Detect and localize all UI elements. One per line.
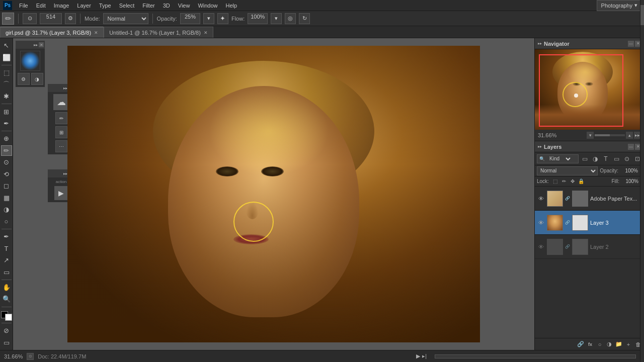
layers-filter-input[interactable]: 🔍 Kind Name Effect <box>537 154 579 163</box>
eraser-tool[interactable]: ◻ <box>1 180 12 191</box>
path-select[interactable]: ↗ <box>1 255 12 265</box>
airbrush-toggle[interactable]: ✦ <box>217 13 228 24</box>
brush-settings-btn[interactable]: ⚙ <box>65 13 76 24</box>
layer-fx-icon[interactable]: fx <box>586 340 594 348</box>
tab-untitled[interactable]: Untitled-1 @ 16.7% (Layer 1, RGB/8) ✕ <box>104 27 213 38</box>
fill-row-value[interactable]: 100% <box>621 178 638 184</box>
menu-help[interactable]: Help <box>222 2 242 10</box>
layers-minimize[interactable]: — <box>628 144 634 150</box>
layer-eye-paper[interactable]: 👁 <box>537 195 545 203</box>
smart-filter-btn[interactable]: ⊙ <box>622 154 631 163</box>
quick-mask-tool[interactable]: ⊘ <box>1 325 12 336</box>
brush-tool[interactable]: ✏ <box>1 145 12 156</box>
text-tool[interactable]: T <box>1 243 12 253</box>
tab-girl-psd-close[interactable]: ✕ <box>94 30 98 35</box>
menu-window[interactable]: Window <box>194 2 221 10</box>
gradient-tool[interactable]: ▦ <box>1 193 12 203</box>
lock-artboard-icon[interactable]: ✥ <box>569 178 576 185</box>
layers-collapse-icon[interactable]: ▸▸ <box>538 144 542 149</box>
layers-panel: ▸▸ Layers — ✕ 🔍 Kind Name Effect <box>535 141 644 350</box>
smoothing-btn[interactable]: ◎ <box>285 13 296 24</box>
lasso-tool[interactable]: ⌒ <box>1 79 12 89</box>
adjustment-filter-btn[interactable]: ◑ <box>591 154 600 163</box>
navigator-header: ▸▸ Navigator — ✕ <box>535 38 644 49</box>
zoom-slider[interactable] <box>595 134 625 136</box>
layer-adjust-icon[interactable]: ◑ <box>605 340 613 348</box>
blend-mode-select[interactable]: Normal Multiply Screen <box>103 13 148 24</box>
menu-view[interactable]: View <box>174 2 194 10</box>
lock-position-icon[interactable]: ✏ <box>560 178 568 185</box>
portrait-canvas[interactable] <box>67 46 480 342</box>
tab-untitled-close[interactable]: ✕ <box>204 30 208 35</box>
navigator-collapse-icon[interactable]: ▸▸ <box>538 41 542 46</box>
shape-filter-btn[interactable]: ▭ <box>612 154 621 163</box>
menu-edit[interactable]: Edit <box>32 2 50 10</box>
timeline-forward-btn[interactable]: ▸| <box>422 353 427 359</box>
menu-image[interactable]: Image <box>50 2 73 10</box>
lock-pixels-icon[interactable]: ⬚ <box>552 178 559 185</box>
layer-eye-more[interactable]: 👁 <box>537 243 545 251</box>
timeline-play-btn[interactable]: ▶ <box>416 353 420 359</box>
layer-item-more[interactable]: 👁 🔗 Layer 2 <box>535 235 644 259</box>
zoom-out-btn[interactable]: ▾ <box>587 132 594 139</box>
text-filter-btn[interactable]: T <box>601 154 610 163</box>
marquee-tool[interactable]: ⬚ <box>1 67 12 78</box>
menu-filter[interactable]: Filter <box>138 2 158 10</box>
timeline-scrubber[interactable] <box>435 354 636 358</box>
dodge-tool[interactable]: ○ <box>1 216 12 226</box>
screen-mode[interactable]: ▭ <box>1 337 12 348</box>
opacity-row-value[interactable]: 100% <box>620 168 638 173</box>
opacity-arrow[interactable]: ▾ <box>203 13 214 24</box>
layer-link-icon[interactable]: 🔗 <box>577 340 585 348</box>
blur-tool[interactable]: ◑ <box>1 204 12 215</box>
quick-select-tool[interactable]: ✱ <box>1 91 12 102</box>
history-brush[interactable]: ⟲ <box>1 169 12 179</box>
lock-icons-group: ⬚ ✏ ✥ 🔒 <box>552 178 585 185</box>
layer-eye-layer3[interactable]: 👁 <box>537 219 545 227</box>
artboard-tool[interactable]: ⬜ <box>1 52 12 62</box>
eyedropper-tool[interactable]: ✒ <box>1 118 12 129</box>
healing-tool[interactable]: ⊕ <box>1 133 12 144</box>
layer-mask-layer3 <box>572 215 588 231</box>
menu-layer[interactable]: Layer <box>73 2 95 10</box>
layer-link-paper[interactable]: 🔗 <box>565 196 570 201</box>
menu-file[interactable]: File <box>15 2 32 10</box>
opacity-input[interactable]: 25% <box>180 13 200 24</box>
tab-girl-psd[interactable]: girl.psd @ 31.7% (Layer 3, RGB/8) ✕ <box>0 27 104 38</box>
shape-tool[interactable]: ▭ <box>1 266 12 277</box>
layer-blend-select[interactable]: Normal Multiply Screen Overlay <box>537 166 598 175</box>
navigator-preview[interactable] <box>535 49 644 130</box>
background-color[interactable] <box>5 314 12 321</box>
layer-group-icon[interactable]: 📁 <box>615 340 623 348</box>
layer-link-layer3[interactable]: 🔗 <box>565 220 570 225</box>
layer-mask-icon[interactable]: ○ <box>596 340 604 348</box>
zoom-level-indicator[interactable]: ⊙ <box>27 353 34 360</box>
move-tool[interactable]: ↖ <box>1 40 12 51</box>
brush-size-input[interactable]: 514 <box>40 13 62 24</box>
layer-new-icon[interactable]: + <box>624 340 632 348</box>
pixel-filter-btn[interactable]: ▭ <box>580 154 589 163</box>
menu-select[interactable]: Select <box>115 2 139 10</box>
layer-item-layer3[interactable]: 👁 🔗 Layer 3 <box>535 211 644 235</box>
pen-tool[interactable]: ✒ <box>1 231 12 242</box>
crop-tool[interactable]: ⊞ <box>1 106 12 117</box>
brush-preset-picker[interactable]: ⊙ <box>23 13 37 24</box>
flow-arrow[interactable]: ▾ <box>271 13 282 24</box>
angle-btn[interactable]: ↻ <box>299 13 310 24</box>
zoom-tool[interactable]: 🔍 <box>1 294 12 304</box>
layer-kind-select[interactable]: Kind Name Effect <box>546 154 572 163</box>
flow-input[interactable]: 100% <box>248 13 268 24</box>
navigator-minimize[interactable]: — <box>628 41 634 47</box>
lock-all-icon[interactable]: 🔒 <box>578 178 585 185</box>
workspace-selector[interactable]: Photography ▾ <box>597 0 642 11</box>
zoom-in-btn[interactable]: ▴ <box>626 132 633 139</box>
layer-thumb-paper <box>547 191 563 207</box>
tabs-bar: girl.psd @ 31.7% (Layer 3, RGB/8) ✕ Unti… <box>0 26 644 38</box>
brush-tool-icon[interactable]: ✏ <box>2 13 14 25</box>
clone-tool[interactable]: ⊙ <box>1 157 12 167</box>
menu-type[interactable]: Type <box>95 2 115 10</box>
menu-3d[interactable]: 3D <box>159 2 174 10</box>
layer-item-paper[interactable]: 👁 🔗 Adobe Paper Tex... <box>535 187 644 211</box>
hand-tool[interactable]: ✋ <box>1 282 12 293</box>
layers-scrollbar[interactable] <box>640 187 644 338</box>
